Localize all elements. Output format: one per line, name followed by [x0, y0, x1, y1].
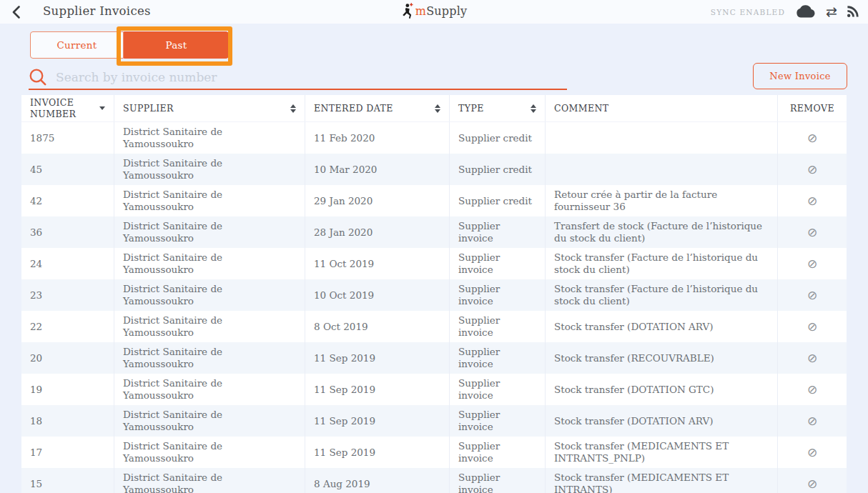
remove-icon: ⊘	[807, 384, 817, 396]
cell-type: Supplier invoice	[450, 405, 546, 437]
type-text: Supplier invoice	[458, 377, 536, 402]
sort-desc-icon	[99, 106, 105, 110]
wireless-signal-icon	[847, 6, 859, 18]
invoice-tabs: Current Past	[30, 31, 229, 59]
table-row[interactable]: 17 District Sanitaire de Yamoussoukro 11…	[21, 437, 847, 468]
table-row[interactable]: 36 District Sanitaire de Yamoussoukro 28…	[21, 216, 847, 248]
column-header-type[interactable]: TYPE	[450, 95, 546, 121]
remove-button[interactable]: ⊘	[778, 248, 847, 279]
column-label: SUPPLIER	[123, 103, 174, 114]
type-text: Supplier invoice	[458, 472, 536, 493]
sync-arrows-icon: ⇄	[826, 5, 837, 19]
cell-comment: Stock transfer (MEDICAMENTS ET INTRANTS)	[546, 468, 778, 493]
type-text: Supplier invoice	[458, 440, 536, 464]
table-row[interactable]: 23 District Sanitaire de Yamoussoukro 10…	[21, 279, 847, 311]
column-label: INVOICE NUMBER	[30, 97, 82, 119]
search-icon	[29, 68, 47, 86]
column-header-entered-date[interactable]: ENTERED DATE	[305, 95, 450, 121]
remove-button[interactable]: ⊘	[778, 311, 847, 342]
remove-button[interactable]: ⊘	[778, 342, 847, 374]
supplier-text: District Sanitaire de Yamoussoukro	[123, 440, 296, 464]
remove-icon: ⊘	[807, 352, 817, 364]
cell-type: Supplier invoice	[450, 216, 546, 248]
comment-text: Stock transfer (Facture de l’historique …	[554, 252, 769, 276]
table-row[interactable]: 24 District Sanitaire de Yamoussoukro 11…	[21, 248, 847, 279]
entered-date-text: 28 Jan 2020	[314, 226, 373, 239]
cell-comment: Transfert de stock (Facture de l’histori…	[546, 216, 778, 248]
tab-past[interactable]: Past	[124, 31, 229, 59]
invoice-number-text: 22	[30, 321, 42, 333]
new-invoice-button[interactable]: New Invoice	[753, 63, 847, 89]
remove-button[interactable]: ⊘	[778, 437, 847, 468]
entered-date-text: 11 Sep 2019	[314, 384, 375, 396]
cell-entered-date: 8 Aug 2019	[305, 468, 450, 493]
cell-entered-date: 11 Oct 2019	[305, 248, 450, 279]
comment-text: Stock transfer (MEDICAMENTS ET INTRANTS)	[554, 472, 769, 493]
column-header-invoice-number[interactable]: INVOICE NUMBER	[21, 95, 114, 121]
entered-date-text: 8 Aug 2019	[314, 478, 370, 490]
tab-current[interactable]: Current	[30, 31, 124, 59]
search-input[interactable]	[56, 70, 567, 84]
cell-invoice-number: 42	[21, 185, 114, 216]
table-row[interactable]: 1875 District Sanitaire de Yamoussoukro …	[21, 122, 847, 154]
comment-text: Stock transfer (DOTATION ARV)	[554, 415, 714, 427]
cell-invoice-number: 24	[21, 248, 114, 279]
cloud-icon	[794, 5, 817, 19]
table-row[interactable]: 42 District Sanitaire de Yamoussoukro 29…	[21, 185, 847, 216]
cell-supplier: District Sanitaire de Yamoussoukro	[114, 342, 305, 374]
cell-entered-date: 8 Oct 2019	[305, 311, 450, 342]
table-body: 1875 District Sanitaire de Yamoussoukro …	[21, 122, 847, 493]
type-text: Supplier invoice	[458, 346, 536, 370]
remove-button[interactable]: ⊘	[778, 374, 847, 405]
sort-both-icon	[531, 104, 536, 113]
entered-date-text: 10 Mar 2020	[314, 164, 377, 176]
remove-button[interactable]: ⊘	[778, 185, 847, 216]
table-row[interactable]: 45 District Sanitaire de Yamoussoukro 10…	[21, 154, 847, 185]
cell-supplier: District Sanitaire de Yamoussoukro	[114, 185, 305, 216]
table-row[interactable]: 20 District Sanitaire de Yamoussoukro 11…	[21, 342, 847, 374]
table-row[interactable]: 18 District Sanitaire de Yamoussoukro 11…	[21, 405, 847, 437]
remove-icon: ⊘	[807, 132, 817, 144]
cell-type: Supplier invoice	[450, 374, 546, 405]
cell-entered-date: 11 Sep 2019	[305, 374, 450, 405]
table-row[interactable]: 15 District Sanitaire de Yamoussoukro 8 …	[21, 468, 847, 493]
cell-comment: Stock transfer (RECOUVRABLE)	[546, 342, 778, 374]
column-header-supplier[interactable]: SUPPLIER	[114, 95, 305, 121]
cell-comment: Stock transfer (Facture de l’historique …	[546, 248, 778, 279]
remove-icon: ⊘	[807, 415, 817, 427]
logo-m: m	[415, 4, 426, 18]
invoice-number-text: 45	[30, 164, 42, 176]
cell-entered-date: 11 Sep 2019	[305, 405, 450, 437]
cell-supplier: District Sanitaire de Yamoussoukro	[114, 374, 305, 405]
remove-button[interactable]: ⊘	[778, 279, 847, 311]
cell-invoice-number: 17	[21, 437, 114, 468]
supplier-text: District Sanitaire de Yamoussoukro	[123, 472, 296, 493]
supplier-text: District Sanitaire de Yamoussoukro	[123, 189, 296, 213]
invoice-number-text: 36	[30, 226, 42, 239]
remove-button[interactable]: ⊘	[778, 122, 847, 154]
remove-icon: ⊘	[807, 164, 817, 176]
cell-invoice-number: 18	[21, 405, 114, 437]
supplier-text: District Sanitaire de Yamoussoukro	[123, 126, 296, 150]
type-text: Supplier credit	[458, 195, 532, 207]
invoice-number-text: 20	[30, 352, 42, 364]
cell-comment	[546, 154, 778, 185]
remove-button[interactable]: ⊘	[778, 154, 847, 185]
remove-icon: ⊘	[807, 195, 817, 207]
table-row[interactable]: 22 District Sanitaire de Yamoussoukro 8 …	[21, 311, 847, 342]
remove-icon: ⊘	[807, 258, 817, 270]
cell-invoice-number: 20	[21, 342, 114, 374]
cell-entered-date: 10 Mar 2020	[305, 154, 450, 185]
remove-button[interactable]: ⊘	[778, 468, 847, 493]
msupply-runner-icon	[401, 3, 413, 19]
cell-entered-date: 10 Oct 2019	[305, 279, 450, 311]
remove-button[interactable]: ⊘	[778, 216, 847, 248]
remove-button[interactable]: ⊘	[778, 405, 847, 437]
table-row[interactable]: 19 District Sanitaire de Yamoussoukro 11…	[21, 374, 847, 405]
column-label: REMOVE	[790, 103, 834, 114]
cell-supplier: District Sanitaire de Yamoussoukro	[114, 311, 305, 342]
type-text: Supplier invoice	[458, 283, 536, 307]
cell-type: Supplier invoice	[450, 248, 546, 279]
invoice-number-text: 23	[30, 289, 42, 302]
cell-comment: Stock transfer (DOTATION ARV)	[546, 311, 778, 342]
